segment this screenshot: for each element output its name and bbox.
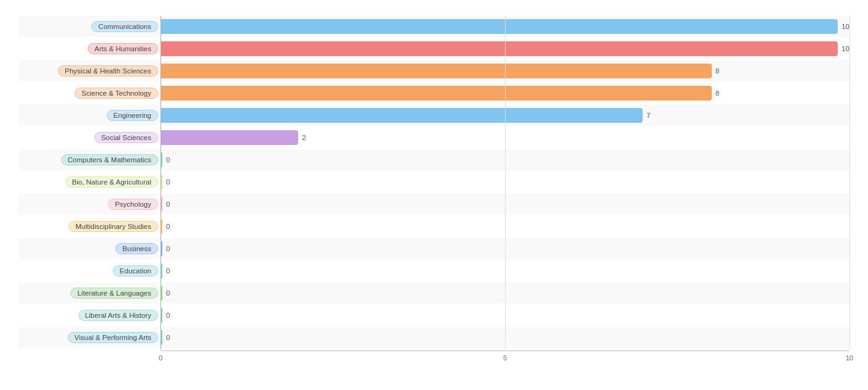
label-cell: Science & Technology (19, 83, 161, 104)
bar-label-pill: Communications (91, 21, 158, 32)
bar-fill (161, 64, 712, 78)
label-cell: Multidisciplinary Studies (19, 216, 161, 237)
bar-row: 0 (161, 283, 849, 304)
bar-label-pill: Arts & Humanities (88, 43, 158, 54)
bar-fill (161, 86, 712, 101)
bar-label-pill: Visual & Performing Arts (68, 332, 158, 343)
label-cell: Visual & Performing Arts (19, 327, 161, 348)
bar-row: 8 (161, 83, 849, 104)
bar-row: 0 (161, 172, 849, 193)
bar-fill-zero (161, 286, 162, 301)
bar-value-label: 0 (166, 334, 170, 341)
bar-row: 0 (161, 238, 849, 259)
label-cell: Computers & Mathematics (19, 149, 161, 170)
x-axis: 0510 (161, 351, 849, 364)
bar-value-label: 8 (716, 89, 719, 97)
bar-fill (161, 41, 838, 56)
label-cell: Psychology (19, 194, 161, 215)
bar-value-label: 0 (166, 178, 170, 186)
bar-value-label: 10 (841, 45, 849, 52)
label-cell: Communications (19, 16, 161, 37)
bar-label-pill: Liberal Arts & History (78, 310, 158, 321)
bar-fill-zero (161, 152, 162, 167)
bar-fill (161, 108, 643, 123)
labels-column: CommunicationsArts & HumanitiesPhysical … (19, 16, 161, 349)
bar-row: 0 (161, 305, 849, 326)
label-cell: Engineering (19, 105, 161, 126)
bar-value-label: 0 (166, 223, 170, 230)
bar-fill (161, 130, 298, 145)
bar-label-pill: Bio, Nature & Agricultural (65, 176, 158, 188)
bar-row: 0 (161, 194, 849, 215)
bar-row: 0 (161, 260, 849, 281)
bar-row: 7 (161, 105, 849, 126)
bar-fill-zero (161, 197, 162, 212)
bar-value-label: 0 (166, 289, 170, 297)
bar-label-pill: Business (115, 243, 158, 254)
bar-value-label: 10 (841, 23, 849, 30)
bar-label-pill: Education (113, 265, 158, 276)
bar-fill-zero (161, 219, 162, 234)
grid-line-vertical (849, 16, 850, 349)
chart-body: CommunicationsArts & HumanitiesPhysical … (19, 16, 849, 364)
bar-value-label: 0 (166, 201, 170, 208)
bar-row: 0 (161, 149, 849, 170)
bar-value-label: 2 (302, 134, 306, 141)
x-tick-label: 5 (503, 354, 507, 362)
bar-row: 2 (161, 127, 849, 148)
bar-fill-zero (161, 175, 162, 189)
label-cell: Arts & Humanities (19, 38, 161, 59)
chart-container: CommunicationsArts & HumanitiesPhysical … (0, 0, 868, 390)
bar-fill-zero (161, 241, 162, 256)
x-tick-label: 0 (159, 354, 162, 362)
label-cell: Business (19, 238, 161, 259)
bar-label-pill: Social Sciences (94, 132, 158, 143)
bar-label-pill: Literature & Languages (70, 288, 158, 299)
label-cell: Liberal Arts & History (19, 305, 161, 326)
bar-row: 10 (161, 16, 849, 37)
bar-label-pill: Science & Technology (75, 88, 158, 99)
bar-label-pill: Physical & Health Sciences (58, 65, 158, 77)
label-cell: Bio, Nature & Agricultural (19, 172, 161, 193)
bar-label-pill: Engineering (107, 110, 158, 121)
label-cell: Social Sciences (19, 127, 161, 148)
bar-fill-zero (161, 263, 162, 278)
bar-value-label: 0 (166, 267, 170, 275)
bar-value-label: 8 (716, 67, 719, 75)
bar-label-pill: Multidisciplinary Studies (69, 221, 158, 232)
x-tick-label: 10 (846, 354, 853, 362)
bar-value-label: 0 (166, 245, 170, 252)
bar-value-label: 7 (646, 112, 650, 119)
label-cell: Physical & Health Sciences (19, 60, 161, 81)
bar-fill-zero (161, 330, 162, 345)
label-cell: Education (19, 260, 161, 281)
chart-inner: CommunicationsArts & HumanitiesPhysical … (19, 16, 849, 349)
bar-label-pill: Computers & Mathematics (61, 154, 159, 165)
bar-value-label: 0 (166, 312, 170, 319)
bar-label-pill: Psychology (108, 199, 158, 210)
bar-row: 0 (161, 216, 849, 237)
bar-row: 8 (161, 60, 849, 81)
bars-column: 10108872000000000 (161, 16, 849, 349)
label-cell: Literature & Languages (19, 283, 161, 304)
bar-fill (161, 19, 838, 34)
bar-fill-zero (161, 308, 162, 323)
bar-value-label: 0 (166, 156, 170, 164)
bar-row: 10 (161, 38, 849, 59)
bar-row: 0 (161, 327, 849, 348)
